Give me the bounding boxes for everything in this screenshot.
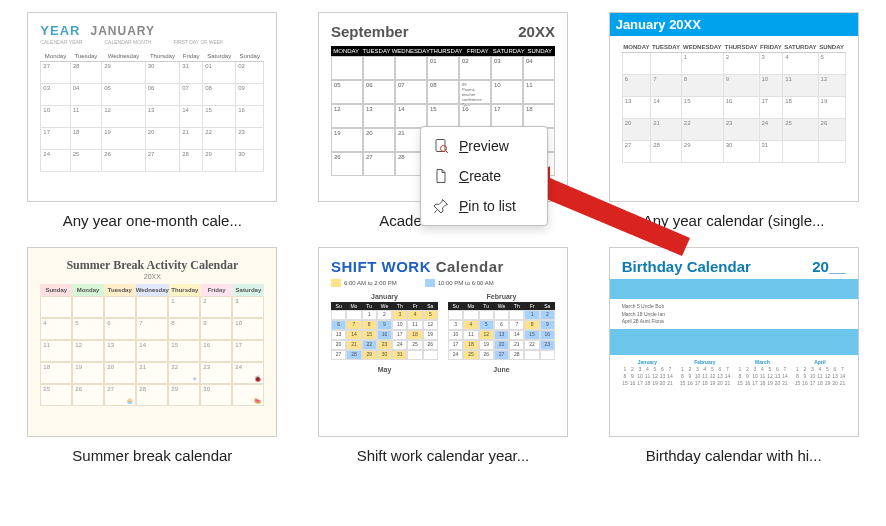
menu-item-create[interactable]: Create	[421, 161, 547, 191]
template-caption: Shift work calendar year...	[357, 447, 530, 464]
pin-icon	[433, 198, 449, 214]
template-caption: Birthday calendar with hi...	[646, 447, 822, 464]
template-tile[interactable]: YEAR JANUARY CALENDAR YEAR CALENDAR MONT…	[18, 12, 287, 229]
template-gallery: YEAR JANUARY CALENDAR YEAR CALENDAR MONT…	[0, 0, 886, 476]
template-tile[interactable]: SHIFT WORK Calendar 6:00 AM to 2:00 PM 1…	[309, 247, 578, 464]
month-label: JANUARY	[90, 24, 155, 38]
menu-item-pin[interactable]: Pin to list	[421, 191, 547, 221]
menu-item-label: Create	[459, 168, 501, 184]
menu-item-preview[interactable]: Preview	[421, 131, 547, 161]
template-caption: Any year one-month cale...	[63, 212, 242, 229]
template-thumbnail: SHIFT WORK Calendar 6:00 AM to 2:00 PM 1…	[318, 247, 568, 437]
template-thumbnail: January 20XX MONDAYTUESDAYWEDNESDAYTHURS…	[609, 12, 859, 202]
context-menu: Preview Create Pin to list	[420, 126, 548, 226]
template-thumbnail: Summer Break Activity Calendar 20XX Sund…	[27, 247, 277, 437]
svg-point-1	[441, 146, 447, 152]
template-tile[interactable]: January 20XX MONDAYTUESDAYWEDNESDAYTHURS…	[599, 12, 868, 229]
preview-icon	[433, 138, 449, 154]
svg-line-2	[446, 151, 448, 153]
menu-item-label: Preview	[459, 138, 509, 154]
template-tile[interactable]: Summer Break Activity Calendar 20XX Sund…	[18, 247, 287, 464]
menu-item-label: Pin to list	[459, 198, 516, 214]
template-thumbnail: Birthday Calendar20__ March 5 Uncle Bob …	[609, 247, 859, 437]
template-caption: Any year calendar (single...	[643, 212, 825, 229]
template-caption: Summer break calendar	[72, 447, 232, 464]
create-icon	[433, 168, 449, 184]
template-thumbnail: YEAR JANUARY CALENDAR YEAR CALENDAR MONT…	[27, 12, 277, 202]
year-label: YEAR	[40, 23, 80, 38]
template-tile[interactable]: Birthday Calendar20__ March 5 Uncle Bob …	[599, 247, 868, 464]
